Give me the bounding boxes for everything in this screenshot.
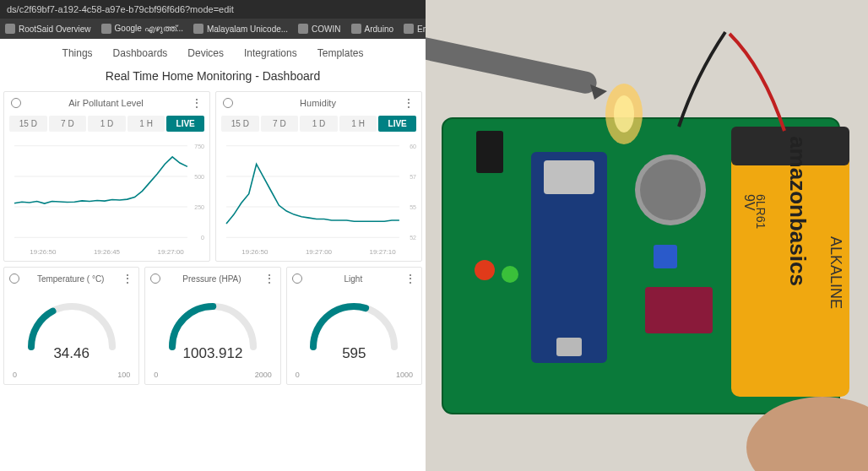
svg-point-28 bbox=[502, 266, 518, 283]
history-icon[interactable] bbox=[150, 273, 160, 284]
more-icon[interactable]: ⋮ bbox=[404, 273, 416, 284]
bookmark-label: Error parsing /opt/a... bbox=[417, 24, 426, 34]
range-7d-button[interactable]: 7 D bbox=[49, 116, 87, 132]
svg-text:ALKALINE: ALKALINE bbox=[827, 236, 844, 309]
bookmark-label: RootSaid Overview bbox=[19, 24, 91, 34]
air-pollutant-card: Air Pollutant Level ⋮ 15 D 7 D 1 D 1 H L… bbox=[3, 91, 210, 262]
x-axis-ticks: 19:26:5019:26:4519:27:00 bbox=[4, 246, 209, 261]
history-icon[interactable] bbox=[11, 98, 21, 108]
range-7d-button[interactable]: 7 D bbox=[261, 116, 299, 132]
more-icon[interactable]: ⋮ bbox=[403, 97, 415, 109]
range-1d-button[interactable]: 1 D bbox=[88, 116, 126, 132]
history-icon[interactable] bbox=[223, 98, 233, 108]
bookmark-item[interactable]: Arduino bbox=[351, 24, 393, 34]
svg-text:60: 60 bbox=[410, 143, 416, 149]
card-title: Air Pollutant Level bbox=[68, 98, 144, 108]
tab-devices[interactable]: Devices bbox=[187, 47, 224, 59]
bookmark-icon bbox=[404, 24, 414, 34]
gauge-max: 100 bbox=[117, 371, 130, 379]
gauge-max: 1000 bbox=[396, 371, 413, 379]
svg-text:52: 52 bbox=[410, 235, 416, 241]
svg-point-38 bbox=[614, 95, 634, 133]
range-live-button[interactable]: LIVE bbox=[166, 116, 204, 132]
svg-rect-24 bbox=[645, 287, 713, 333]
svg-text:750: 750 bbox=[194, 143, 204, 149]
humidity-card: Humidity ⋮ 15 D 7 D 1 D 1 H LIVE 5255576… bbox=[215, 91, 422, 262]
pressure-gauge bbox=[162, 295, 263, 354]
page-title: Real Time Home Monitoring - Dashboard bbox=[0, 66, 426, 91]
air-pollutant-chart: 0250500750 bbox=[4, 137, 209, 246]
gauge-max: 2000 bbox=[255, 371, 272, 379]
svg-text:55: 55 bbox=[410, 204, 416, 210]
gauge-min: 0 bbox=[13, 371, 17, 379]
svg-point-27 bbox=[475, 260, 495, 280]
tab-templates[interactable]: Templates bbox=[317, 47, 364, 59]
bookmarks-bar: RootSaid Overview Google എഴുത്ത്... Mala… bbox=[0, 19, 426, 39]
svg-text:0: 0 bbox=[201, 235, 204, 241]
history-icon[interactable] bbox=[292, 273, 302, 284]
gauge-title: Temperature ( °C) bbox=[37, 274, 105, 284]
bookmark-label: Arduino bbox=[365, 24, 393, 34]
svg-text:250: 250 bbox=[194, 204, 204, 210]
bookmark-label: Malayalam Unicode... bbox=[207, 24, 288, 34]
bookmark-icon bbox=[351, 24, 361, 34]
tab-things[interactable]: Things bbox=[62, 47, 93, 59]
bookmark-label: Google എഴുത്ത്... bbox=[115, 24, 183, 34]
svg-text:6LR61: 6LR61 bbox=[754, 194, 768, 229]
tab-integrations[interactable]: Integrations bbox=[244, 47, 297, 59]
range-1h-button[interactable]: 1 H bbox=[339, 116, 377, 132]
nav-tabs: Things Dashboards Devices Integrations T… bbox=[0, 39, 426, 66]
history-icon[interactable] bbox=[9, 273, 19, 284]
humidity-chart: 52555760 bbox=[216, 137, 421, 246]
more-icon[interactable]: ⋮ bbox=[122, 273, 133, 284]
more-icon[interactable]: ⋮ bbox=[191, 97, 203, 109]
bookmark-icon bbox=[193, 24, 203, 34]
temperature-gauge bbox=[21, 295, 122, 354]
bookmark-label: COWIN bbox=[312, 24, 340, 34]
x-axis-ticks: 19:26:5019:27:0019:27:10 bbox=[216, 246, 421, 261]
range-15d-button[interactable]: 15 D bbox=[9, 116, 47, 132]
pressure-gauge-card: Pressure (HPA) ⋮ 1003.912 0 2000 bbox=[144, 267, 280, 385]
range-1h-button[interactable]: 1 H bbox=[127, 116, 165, 132]
bookmark-item[interactable]: COWIN bbox=[298, 24, 340, 34]
bookmark-icon bbox=[298, 24, 308, 34]
svg-text:500: 500 bbox=[194, 174, 204, 180]
bookmark-item[interactable]: Malayalam Unicode... bbox=[193, 24, 288, 34]
gauge-min: 0 bbox=[154, 371, 158, 379]
svg-rect-25 bbox=[654, 245, 677, 268]
range-15d-button[interactable]: 15 D bbox=[221, 116, 259, 132]
card-title: Humidity bbox=[300, 98, 336, 108]
svg-rect-21 bbox=[556, 338, 582, 356]
bookmark-item[interactable]: Google എഴുത്ത്... bbox=[101, 24, 183, 34]
svg-rect-26 bbox=[476, 131, 503, 173]
hardware-photo: amazonbasics 9V 6LR61 ALKALINE bbox=[426, 0, 868, 471]
bookmark-item[interactable]: RootSaid Overview bbox=[5, 24, 91, 34]
url-bar[interactable]: ds/c2f69bf7-a192-4c58-a97e-b79cbf96f6d6?… bbox=[0, 0, 426, 19]
light-gauge-card: Light ⋮ 595 0 1000 bbox=[286, 267, 422, 385]
range-1d-button[interactable]: 1 D bbox=[300, 116, 338, 132]
svg-text:amazonbasics: amazonbasics bbox=[785, 136, 811, 286]
bookmark-item[interactable]: Error parsing /opt/a... bbox=[404, 24, 426, 34]
tab-dashboards[interactable]: Dashboards bbox=[113, 47, 168, 59]
light-gauge bbox=[303, 295, 404, 354]
gauge-title: Light bbox=[344, 274, 362, 284]
svg-point-23 bbox=[640, 160, 701, 220]
svg-rect-20 bbox=[544, 160, 594, 194]
gauge-min: 0 bbox=[296, 371, 300, 379]
more-icon[interactable]: ⋮ bbox=[263, 273, 275, 284]
gauge-title: Pressure (HPA) bbox=[182, 274, 241, 284]
svg-text:57: 57 bbox=[410, 174, 416, 180]
range-live-button[interactable]: LIVE bbox=[378, 116, 416, 132]
bookmark-icon bbox=[101, 24, 111, 34]
temperature-gauge-card: Temperature ( °C) ⋮ 34.46 0 100 bbox=[3, 267, 139, 385]
bookmark-icon bbox=[5, 24, 15, 34]
